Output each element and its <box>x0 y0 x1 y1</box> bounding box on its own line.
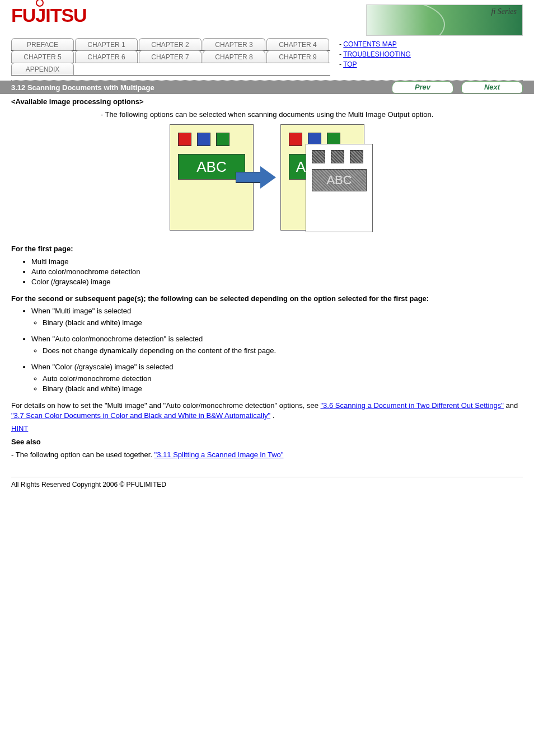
list-item: Multi image <box>31 257 523 266</box>
tab-chapter-9[interactable]: CHAPTER 9 <box>266 50 329 63</box>
figure-output-doc-bw: ABC <box>306 144 373 232</box>
abc-label-mono: ABC <box>312 169 367 191</box>
mono-chip-icon <box>350 150 363 163</box>
tab-appendix[interactable]: APPENDIX <box>11 63 74 75</box>
next-button[interactable]: Next <box>461 81 523 93</box>
copyright-text: All Rights Reserved Copyright 2006 © PFU… <box>0 481 534 500</box>
figure-caption: - The following options can be selected … <box>11 110 523 119</box>
tab-chapter-3[interactable]: CHAPTER 3 <box>203 38 265 50</box>
list-item: Auto color/monochrome detection <box>31 267 523 276</box>
list-item: Auto color/monochrome detection <box>43 374 523 383</box>
list-item: Binary (black and white) image <box>43 318 523 327</box>
link-section-3-6[interactable]: "3.6 Scanning a Document in Two Differen… <box>320 401 503 410</box>
mono-chip-row <box>312 150 367 163</box>
tab-chapter-2[interactable]: CHAPTER 2 <box>139 38 202 50</box>
list-item: When "Color (/grayscale) image" is selec… <box>31 363 523 393</box>
blue-chip-icon <box>197 133 210 146</box>
tab-chapter-7[interactable]: CHAPTER 7 <box>139 50 202 63</box>
link-top[interactable]: TOP <box>343 60 357 68</box>
tab-chapter-6[interactable]: CHAPTER 6 <box>75 50 138 63</box>
tab-chapter-5[interactable]: CHAPTER 5 <box>11 50 74 63</box>
section-header-bar: 3.12 Scanning Documents with Multipage P… <box>0 81 534 94</box>
see-also-links: - The following option can be used toget… <box>11 450 523 460</box>
list-item: Does not change dynamically depending on… <box>43 346 523 355</box>
side-links: - CONTENTS MAP - TROUBLESHOOTING - TOP <box>339 38 523 76</box>
subsection-title: <Available image processing options> <box>11 97 523 106</box>
list-item: When "Multi image" is selected Binary (b… <box>31 307 523 327</box>
link-troubleshooting[interactable]: TROUBLESHOOTING <box>343 50 411 58</box>
hint-label: HINT <box>11 424 523 434</box>
link-hint[interactable]: HINT <box>11 424 28 433</box>
section-title: 3.12 Scanning Documents with Multipage <box>11 83 154 92</box>
list-item: When "Auto color/monochrome detection" i… <box>31 335 523 355</box>
chapter-tabs: PREFACE CHAPTER 1 CHAPTER 2 CHAPTER 3 CH… <box>11 38 330 76</box>
red-chip-icon <box>178 133 191 146</box>
red-chip-icon <box>289 133 302 146</box>
prev-button[interactable]: Prev <box>392 81 453 93</box>
series-banner: fi Series <box>366 4 523 36</box>
link-section-3-11[interactable]: "3.11 Splitting a Scanned Image in Two" <box>154 450 284 459</box>
multi-image-figure: ABC AB ABC <box>11 124 523 231</box>
tab-chapter-1[interactable]: CHAPTER 1 <box>75 38 138 50</box>
green-chip-icon <box>216 133 229 146</box>
tab-chapter-8[interactable]: CHAPTER 8 <box>203 50 265 63</box>
tab-chapter-4[interactable]: CHAPTER 4 <box>266 38 329 50</box>
color-chip-row <box>178 133 245 146</box>
footer-separator <box>11 477 523 477</box>
banner-swoosh-icon <box>366 4 445 36</box>
mono-chip-icon <box>331 150 344 163</box>
abc-label: ABC <box>178 154 245 180</box>
figure-output-doc-color: AB ABC <box>280 124 364 231</box>
tab-preface[interactable]: PREFACE <box>11 38 74 50</box>
see-also-heading: See also <box>11 437 523 447</box>
link-section-3-7[interactable]: "3.7 Scan Color Documents in Color and B… <box>11 411 270 420</box>
mono-chip-icon <box>312 150 325 163</box>
second-page-heading: For the second or subsequent page(s); th… <box>11 294 523 304</box>
first-page-heading: For the first page: <box>11 244 523 254</box>
second-page-options: When "Multi image" is selected Binary (b… <box>31 307 523 393</box>
list-item: Color (/grayscale) image <box>31 278 523 286</box>
hint-paragraph: For details on how to set the "Multi ima… <box>11 401 523 420</box>
list-item: Binary (black and white) image <box>43 384 523 393</box>
first-page-options: Multi image Auto color/monochrome detect… <box>31 257 523 286</box>
brand-logo-text: FUJITSU <box>11 4 87 26</box>
brand-logo: FUJITSU <box>11 4 87 26</box>
series-label: fi Series <box>491 7 517 16</box>
link-contents-map[interactable]: CONTENTS MAP <box>343 40 396 48</box>
